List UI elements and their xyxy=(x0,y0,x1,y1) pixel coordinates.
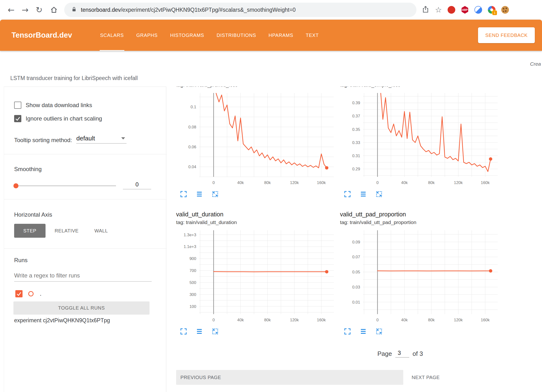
horizontal-axis-buttons: STEP RELATIVE WALL xyxy=(14,224,110,238)
reload-icon[interactable]: ↻ xyxy=(36,6,43,14)
charts-main: valid_pruned_loss tag: train/valid_prune… xyxy=(167,86,542,392)
screen: ← → ↻ tensorboard.dev/experiment/cj2vtPi… xyxy=(0,0,542,392)
colorful-extension-icon[interactable]: 1 xyxy=(488,6,496,14)
show-download-links-checkbox[interactable] xyxy=(14,102,21,109)
chart-canvas[interactable]: 0.290.310.330.350.370.39040k80k120k160k xyxy=(340,89,498,190)
run-row[interactable]: . xyxy=(15,290,41,297)
svg-text:160k: 160k xyxy=(317,318,326,322)
expand-icon[interactable] xyxy=(180,328,187,335)
bookmark-star-icon[interactable]: ☆ xyxy=(435,6,442,14)
chart-title: valid_utt_pad_proportion xyxy=(340,211,503,219)
pagination: Page of 3 xyxy=(377,350,423,357)
svg-text:0.29: 0.29 xyxy=(352,167,360,171)
expand-icon[interactable] xyxy=(344,328,351,335)
svg-text:0.35: 0.35 xyxy=(352,127,360,132)
smoothing-slider-track[interactable] xyxy=(14,185,116,186)
send-feedback-button[interactable]: SEND FEEDBACK xyxy=(478,27,535,43)
tooltip-sorting-select[interactable]: default xyxy=(76,135,127,144)
ignore-outliers-row[interactable]: Ignore outliers in chart scaling xyxy=(14,115,102,122)
svg-text:1.1e+3: 1.1e+3 xyxy=(184,244,196,249)
run-color-swatch xyxy=(28,291,34,296)
divider xyxy=(4,248,167,249)
adblock-extension-icon[interactable] xyxy=(448,6,455,14)
chart-toolbar xyxy=(176,190,339,198)
tab-scalars[interactable]: SCALARS xyxy=(100,20,124,51)
svg-text:80k: 80k xyxy=(264,318,271,322)
tab-graphs[interactable]: GRAPHS xyxy=(136,20,158,51)
toggle-all-runs-button[interactable]: TOGGLE ALL RUNS xyxy=(13,301,150,315)
chart-card-valid-pruned-loss: valid_pruned_loss tag: train/valid_prune… xyxy=(176,86,339,198)
page-number-input[interactable] xyxy=(395,350,409,357)
axis-wall-button[interactable]: WALL xyxy=(92,224,110,238)
url-text: tensorboard.dev/experiment/cj2vtPiwQHKN9… xyxy=(81,7,296,13)
tensorboard-header: TensorBoard.dev SCALARS GRAPHS HISTOGRAM… xyxy=(0,20,542,51)
tab-distributions[interactable]: DISTRIBUTIONS xyxy=(216,20,257,51)
svg-text:40k: 40k xyxy=(237,318,244,322)
axis-step-button[interactable]: STEP xyxy=(14,224,46,238)
smoothing-label: Smoothing xyxy=(14,166,42,173)
svg-text:40k: 40k xyxy=(401,180,408,185)
tooltip-sorting-row: Tooltip sorting method: default xyxy=(14,135,127,144)
chart-card-valid-simple-loss: valid_simple_loss tag: train/valid_simpl… xyxy=(340,86,503,198)
run-checkbox[interactable] xyxy=(15,290,23,297)
svg-text:80k: 80k xyxy=(428,318,435,322)
tab-text[interactable]: TEXT xyxy=(305,20,319,51)
chart-tag: tag: train/valid_simple_loss xyxy=(340,86,503,89)
svg-text:0.05: 0.05 xyxy=(352,270,360,274)
svg-text:160k: 160k xyxy=(481,318,490,322)
chart-canvas[interactable]: 0.010.030.050.070.09040k80k120k160k xyxy=(340,227,498,327)
ignore-outliers-checkbox[interactable] xyxy=(14,115,21,122)
smoothing-slider-thumb[interactable] xyxy=(13,183,18,188)
svg-text:700: 700 xyxy=(190,268,196,273)
lines-icon[interactable] xyxy=(196,328,203,335)
fit-domain-icon[interactable] xyxy=(375,328,383,335)
extension-count-badge: 1 xyxy=(492,11,497,15)
smoothing-slider[interactable] xyxy=(14,182,116,190)
svg-text:0: 0 xyxy=(213,318,215,322)
tab-hparams[interactable]: HPARAMS xyxy=(268,20,294,51)
share-icon[interactable] xyxy=(422,6,429,14)
svg-text:0: 0 xyxy=(376,180,379,185)
svg-text:160k: 160k xyxy=(481,180,490,185)
fit-domain-icon[interactable] xyxy=(212,328,219,335)
runs-filter-input[interactable] xyxy=(14,271,152,282)
home-icon[interactable] xyxy=(50,6,58,14)
previous-page-button[interactable]: PREVIOUS PAGE xyxy=(176,370,403,385)
lines-icon[interactable] xyxy=(196,190,203,198)
forward-icon[interactable]: → xyxy=(22,6,29,14)
svg-text:0.09: 0.09 xyxy=(352,240,360,244)
svg-text:0.01: 0.01 xyxy=(352,300,360,305)
blue-extension-icon[interactable] xyxy=(474,6,482,14)
divider xyxy=(4,154,167,154)
url-bar[interactable]: tensorboard.dev/experiment/cj2vtPiwQHKN9… xyxy=(64,3,416,17)
chart-canvas[interactable]: 0.040.060.080.1040k80k120k160k xyxy=(176,89,334,190)
browser-toolbar: ← → ↻ tensorboard.dev/experiment/cj2vtPi… xyxy=(0,0,542,20)
cookie-extension-icon[interactable] xyxy=(501,6,509,14)
svg-text:500: 500 xyxy=(190,280,196,285)
axis-relative-button[interactable]: RELATIVE xyxy=(52,224,81,238)
back-icon[interactable]: ← xyxy=(8,6,15,14)
lines-icon[interactable] xyxy=(360,328,367,335)
smoothing-value-input[interactable] xyxy=(123,180,151,189)
clipped-right-text: Crea xyxy=(530,61,541,67)
next-page-button[interactable]: NEXT PAGE xyxy=(412,370,440,385)
chart-title: valid_utt_duration xyxy=(176,211,339,219)
tooltip-sorting-value: default xyxy=(76,135,95,142)
svg-text:0.39: 0.39 xyxy=(352,101,360,105)
expand-icon[interactable] xyxy=(180,190,187,198)
show-download-links-row[interactable]: Show data download links xyxy=(14,102,92,109)
lines-icon[interactable] xyxy=(360,190,367,198)
chart-toolbar xyxy=(176,328,339,335)
svg-text:40k: 40k xyxy=(401,318,408,322)
tensorboard-logo[interactable]: TensorBoard.dev xyxy=(0,31,72,40)
svg-text:0: 0 xyxy=(376,318,379,322)
abp-extension-icon[interactable]: ABP xyxy=(461,6,469,14)
chart-canvas[interactable]: 1003005007009001.1e+31.3e+3040k80k120k16… xyxy=(176,227,334,327)
expand-icon[interactable] xyxy=(344,190,351,198)
tooltip-sorting-label: Tooltip sorting method: xyxy=(14,137,72,144)
tab-histograms[interactable]: HISTOGRAMS xyxy=(170,20,205,51)
run-name: . xyxy=(40,290,41,297)
fit-domain-icon[interactable] xyxy=(212,190,219,198)
fit-domain-icon[interactable] xyxy=(375,190,383,198)
show-download-links-label: Show data download links xyxy=(26,102,92,109)
